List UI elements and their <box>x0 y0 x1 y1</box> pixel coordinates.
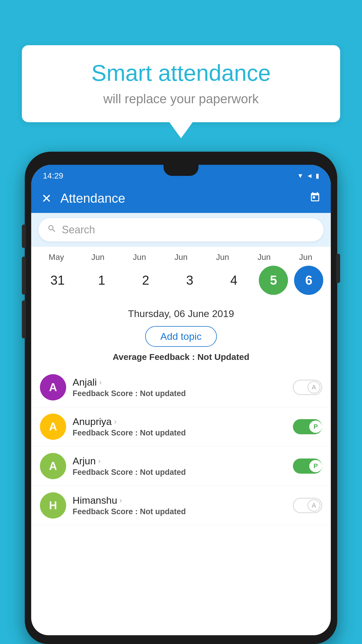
add-topic-container: Add topic <box>31 324 331 352</box>
speech-bubble: Smart attendance will replace your paper… <box>22 45 340 122</box>
attendance-toggle-anjali[interactable]: A <box>293 380 322 395</box>
student-list: A Anjali › Feedback Score : Not updated … <box>31 368 331 525</box>
speech-bubble-container: Smart attendance will replace your paper… <box>22 45 340 138</box>
average-feedback: Average Feedback : Not Updated <box>31 352 331 368</box>
date-5-today[interactable]: 5 <box>259 266 288 295</box>
student-score-anupriya: Feedback Score : Not updated <box>73 428 287 438</box>
chevron-right-himanshu: › <box>120 496 122 505</box>
date-2[interactable]: 2 <box>127 273 165 288</box>
search-bar-container: Search <box>31 213 331 247</box>
status-time: 14:29 <box>43 171 63 181</box>
toggle-knob-anupriya: P <box>309 421 322 433</box>
student-info-himanshu: Himanshu › Feedback Score : Not updated <box>73 495 287 516</box>
volume-btn-right <box>336 254 340 283</box>
power-btn <box>22 225 26 248</box>
date-6-selected[interactable]: 6 <box>294 266 323 295</box>
student-item-himanshu[interactable]: H Himanshu › Feedback Score : Not update… <box>31 486 331 525</box>
student-info-anupriya: Anupriya › Feedback Score : Not updated <box>73 416 287 438</box>
avatar-anjali: A <box>40 374 66 400</box>
student-item-anupriya[interactable]: A Anupriya › Feedback Score : Not update… <box>31 407 331 447</box>
date-4[interactable]: 4 <box>215 273 253 288</box>
speech-bubble-arrow <box>169 122 193 138</box>
wifi-icon: ▼ <box>297 172 303 180</box>
selected-date-label: Thursday, 06 June 2019 <box>31 302 331 324</box>
month-3: Jun <box>162 253 200 262</box>
avg-feedback-label: Average Feedback : <box>113 352 195 362</box>
volume-down-btn <box>22 300 26 338</box>
student-name-anupriya: Anupriya › <box>73 416 287 427</box>
month-4: Jun <box>204 253 242 262</box>
student-info-arjun: Arjun › Feedback Score : Not updated <box>73 455 287 477</box>
student-score-himanshu: Feedback Score : Not updated <box>73 507 287 516</box>
attendance-toggle-himanshu[interactable]: A <box>293 498 322 513</box>
calendar-months: May Jun Jun Jun Jun Jun Jun <box>36 253 326 262</box>
search-bar[interactable]: Search <box>38 218 324 242</box>
month-0: May <box>37 253 75 262</box>
month-1: Jun <box>79 253 117 262</box>
student-score-arjun: Feedback Score : Not updated <box>73 468 287 477</box>
student-item-arjun[interactable]: A Arjun › Feedback Score : Not updated P <box>31 447 331 486</box>
month-6: Jun <box>287 253 325 262</box>
close-button[interactable]: ✕ <box>41 191 52 206</box>
calendar-row: May Jun Jun Jun Jun Jun Jun 31 1 2 3 4 5… <box>31 247 331 302</box>
student-item-anjali[interactable]: A Anjali › Feedback Score : Not updated … <box>31 368 331 407</box>
toggle-knob-arjun: P <box>309 460 322 472</box>
calendar-dates: 31 1 2 3 4 5 6 <box>36 264 326 299</box>
attendance-toggle-anupriya[interactable]: P <box>293 419 322 434</box>
student-info-anjali: Anjali › Feedback Score : Not updated <box>73 377 287 398</box>
student-score-anjali: Feedback Score : Not updated <box>73 389 287 398</box>
avatar-anupriya: A <box>40 414 66 440</box>
speech-bubble-subtitle: will replace your paperwork <box>39 92 323 106</box>
battery-icon: ▮ <box>316 172 319 180</box>
speech-bubble-title: Smart attendance <box>39 60 323 86</box>
phone-notch <box>164 165 198 176</box>
phone-frame: 14:29 ▼ ◄ ▮ ✕ Attendance <box>25 152 337 644</box>
student-name-himanshu: Himanshu › <box>73 495 287 506</box>
date-0[interactable]: 31 <box>39 273 77 288</box>
chevron-right-arjun: › <box>98 456 101 466</box>
avatar-himanshu: H <box>40 492 66 519</box>
status-icons: ▼ ◄ ▮ <box>297 172 319 180</box>
app-header: ✕ Attendance <box>31 184 331 213</box>
attendance-toggle-arjun[interactable]: P <box>293 459 322 474</box>
phone-screen: 14:29 ▼ ◄ ▮ ✕ Attendance <box>31 165 331 635</box>
app-title: Attendance <box>60 191 301 206</box>
month-2: Jun <box>120 253 158 262</box>
avg-feedback-value: Not Updated <box>197 352 249 362</box>
student-name-anjali: Anjali › <box>73 377 287 388</box>
date-3[interactable]: 3 <box>171 273 209 288</box>
chevron-right-anjali: › <box>99 378 102 387</box>
student-name-arjun: Arjun › <box>73 455 287 467</box>
search-icon <box>47 224 57 236</box>
add-topic-button[interactable]: Add topic <box>145 326 217 347</box>
signal-icon: ◄ <box>306 172 313 180</box>
volume-up-btn <box>22 257 26 295</box>
search-placeholder: Search <box>62 224 95 236</box>
toggle-knob-himanshu: A <box>307 499 320 512</box>
date-1[interactable]: 1 <box>83 273 121 288</box>
month-5: Jun <box>245 253 283 262</box>
avatar-arjun: A <box>40 453 66 479</box>
chevron-right-anupriya: › <box>114 417 117 426</box>
calendar-icon[interactable] <box>310 192 321 205</box>
toggle-knob-anjali: A <box>307 381 320 393</box>
